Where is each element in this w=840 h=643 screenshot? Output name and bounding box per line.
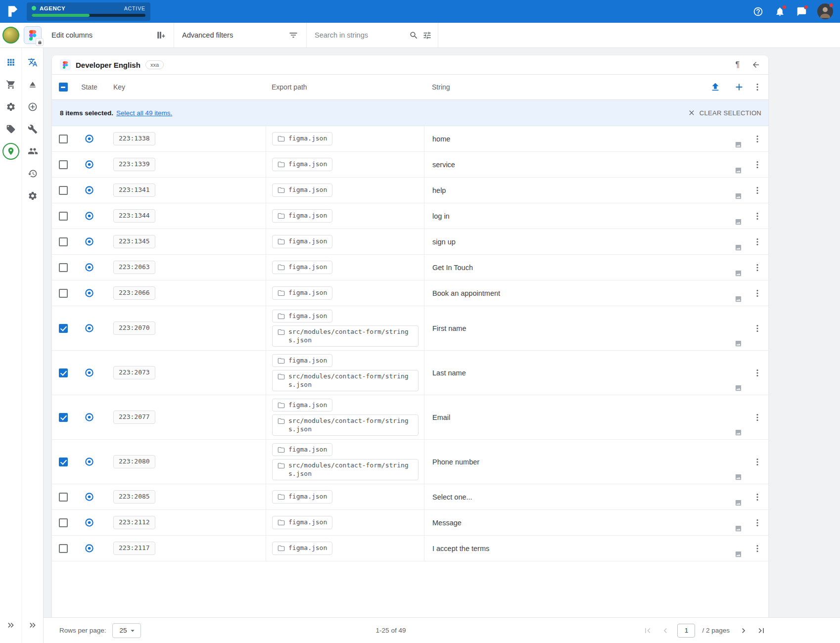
key-chip[interactable]: 223:2080: [113, 455, 155, 468]
screenshot-icon[interactable]: [735, 551, 742, 558]
state-eye-icon[interactable]: [84, 211, 94, 221]
state-eye-icon[interactable]: [84, 412, 94, 422]
key-chip[interactable]: 223:2117: [113, 542, 155, 554]
row-menu-button[interactable]: [752, 457, 762, 467]
advanced-filters-button[interactable]: Advanced filters: [174, 23, 307, 47]
clear-selection-button[interactable]: CLEAR SELECTION: [688, 109, 761, 117]
key-chip[interactable]: 223:1344: [113, 209, 155, 222]
edit-columns-button[interactable]: Edit columns: [44, 23, 174, 47]
key-chip[interactable]: 223:2077: [113, 411, 155, 423]
last-page-button[interactable]: [754, 624, 768, 638]
sidebar-item-tools[interactable]: [22, 118, 44, 140]
state-eye-icon[interactable]: [84, 517, 94, 528]
column-header-string[interactable]: String: [424, 83, 747, 91]
search-settings-icon[interactable]: [422, 31, 432, 40]
row-menu-button[interactable]: [752, 160, 762, 170]
row-menu-button[interactable]: [752, 518, 762, 528]
help-button[interactable]: [748, 1, 768, 21]
row-checkbox[interactable]: [59, 413, 68, 422]
row-string[interactable]: Select one...: [432, 493, 472, 501]
sidebar-item-members[interactable]: [22, 140, 44, 162]
workspace-switcher[interactable]: AGENCY ACTIVE: [27, 2, 150, 21]
row-string[interactable]: log in: [432, 212, 450, 220]
app-logo[interactable]: [4, 2, 22, 20]
key-chip[interactable]: 223:1338: [113, 132, 155, 145]
row-checkbox[interactable]: [59, 289, 68, 298]
prev-page-button[interactable]: [658, 624, 672, 638]
sidebar-item-translate[interactable]: [22, 51, 44, 73]
state-eye-icon[interactable]: [84, 159, 94, 170]
row-checkbox[interactable]: [59, 544, 68, 553]
sidebar-item-tags[interactable]: [0, 118, 22, 140]
locale-avatar[interactable]: [2, 27, 19, 44]
screenshot-icon[interactable]: [735, 340, 742, 347]
screenshot-icon[interactable]: [735, 167, 742, 174]
messages-button[interactable]: [792, 1, 811, 21]
sidebar-item-cart[interactable]: [0, 73, 22, 95]
row-menu-button[interactable]: [752, 211, 762, 221]
state-eye-icon[interactable]: [84, 262, 94, 273]
screenshot-icon[interactable]: [735, 218, 742, 226]
state-eye-icon[interactable]: [84, 288, 94, 298]
screenshot-icon[interactable]: [735, 244, 742, 251]
column-header-state[interactable]: State: [74, 83, 104, 91]
export-path-chip[interactable]: figma.json: [272, 184, 332, 196]
export-path-chip[interactable]: figma.json: [272, 235, 332, 248]
row-checkbox[interactable]: [59, 135, 68, 143]
export-path-chip[interactable]: figma.json: [272, 310, 332, 322]
screenshot-icon[interactable]: [735, 429, 742, 436]
row-menu-button[interactable]: [752, 544, 762, 553]
row-checkbox[interactable]: [59, 458, 68, 466]
row-menu-button[interactable]: [752, 134, 762, 144]
row-menu-button[interactable]: [752, 492, 762, 502]
row-string[interactable]: Message: [432, 519, 462, 527]
row-checkbox[interactable]: [59, 493, 68, 502]
column-header-export-path[interactable]: Export path: [266, 83, 424, 91]
export-path-chip[interactable]: figma.json: [272, 399, 332, 412]
export-path-chip[interactable]: src/modules/contact-form/strings.json: [272, 459, 419, 480]
export-path-chip[interactable]: figma.json: [272, 261, 332, 274]
export-path-chip[interactable]: figma.json: [272, 286, 332, 299]
sidebar-expand-primary[interactable]: [0, 614, 22, 636]
first-page-button[interactable]: [641, 624, 654, 638]
row-menu-button[interactable]: [752, 323, 762, 333]
state-eye-icon[interactable]: [84, 492, 94, 502]
state-eye-icon[interactable]: [84, 236, 94, 247]
screenshot-icon[interactable]: [735, 141, 742, 148]
user-menu[interactable]: [817, 3, 833, 19]
row-menu-button[interactable]: [752, 185, 762, 195]
sidebar-expand-secondary[interactable]: [22, 614, 44, 636]
select-all-link[interactable]: Select all 49 items.: [116, 109, 172, 117]
row-menu-button[interactable]: [752, 288, 762, 298]
row-checkbox[interactable]: [59, 212, 68, 221]
search-icon[interactable]: [409, 31, 419, 40]
screenshot-icon[interactable]: [735, 473, 742, 481]
row-checkbox[interactable]: [59, 237, 68, 246]
sidebar-item-eject[interactable]: [22, 73, 44, 95]
sidebar-item-settings[interactable]: [0, 95, 22, 118]
row-checkbox[interactable]: [59, 263, 68, 272]
key-chip[interactable]: 223:2063: [113, 261, 155, 274]
notifications-button[interactable]: [770, 1, 790, 21]
sidebar-item-add[interactable]: [22, 95, 44, 118]
row-checkbox[interactable]: [59, 186, 68, 195]
state-eye-icon[interactable]: [84, 185, 94, 195]
row-menu-button[interactable]: [752, 413, 762, 422]
row-string[interactable]: Last name: [432, 369, 466, 377]
row-checkbox[interactable]: [59, 324, 68, 333]
key-chip[interactable]: 223:1339: [113, 158, 155, 171]
key-chip[interactable]: 223:2085: [113, 490, 155, 503]
screenshot-icon[interactable]: [735, 192, 742, 200]
sidebar-item-settings-secondary[interactable]: [22, 184, 44, 207]
sidebar-item-apps[interactable]: [0, 51, 22, 73]
state-eye-icon[interactable]: [84, 457, 94, 467]
key-chip[interactable]: 223:2066: [113, 286, 155, 299]
row-string[interactable]: help: [432, 186, 446, 194]
row-string[interactable]: I accept the terms: [432, 545, 489, 552]
row-menu-button[interactable]: [752, 368, 762, 378]
export-path-chip[interactable]: src/modules/contact-form/strings.json: [272, 414, 419, 436]
screenshot-icon[interactable]: [735, 384, 742, 392]
rows-per-page-select[interactable]: 25: [112, 623, 141, 638]
search-input[interactable]: [315, 31, 405, 39]
screenshot-icon[interactable]: [735, 295, 742, 303]
